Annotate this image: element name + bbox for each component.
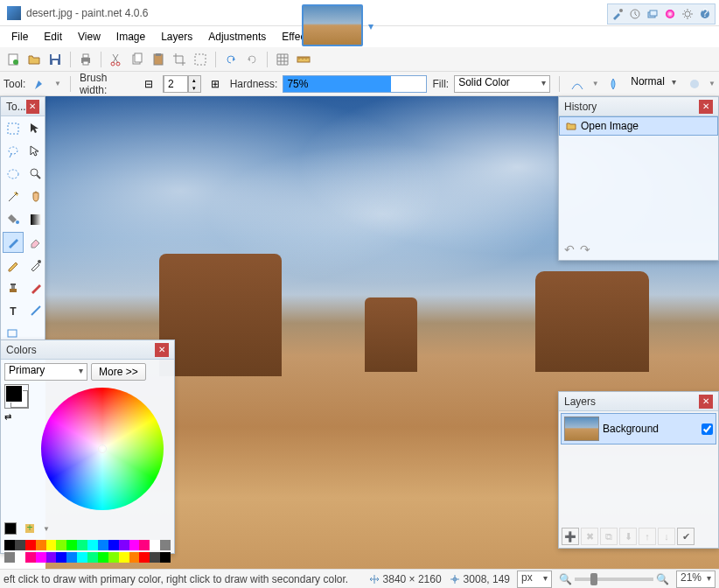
colors-panel-close[interactable]: ✕ [155,343,169,357]
cut-button[interactable] [107,50,126,69]
status-bar: eft click to draw with primary color, ri… [0,569,719,588]
hardness-slider[interactable]: 75% [283,75,427,93]
move-selection-tool[interactable] [25,118,46,139]
line-tool[interactable] [25,300,46,321]
brush-increase-button[interactable]: ⊞ [206,74,225,94]
colors-panel-header[interactable]: Colors ✕ [1,340,174,360]
undo-button[interactable] [221,50,241,69]
brush-decrease-button[interactable]: ⊟ [139,74,157,94]
color-picker-tool[interactable] [25,255,46,276]
history-redo-icon[interactable]: ↷ [580,242,590,256]
paint-bucket-tool[interactable] [3,209,24,230]
history-panel-close[interactable]: ✕ [699,100,713,114]
merge-layer-button[interactable]: ⬇ [619,528,637,545]
zoom-slider[interactable] [575,578,653,581]
blend-mode-select[interactable]: Normal [627,75,680,93]
svg-rect-35 [31,214,41,225]
menu-adjustments[interactable]: Adjustments [200,28,274,46]
document-thumbnail[interactable] [302,4,363,46]
layer-properties-button[interactable]: ✔ [677,528,695,545]
app-icon [7,6,21,20]
color-mode-select[interactable]: Primary [4,363,87,381]
recolor-tool[interactable] [25,277,46,298]
layer-blend-icon[interactable] [685,74,703,94]
zoom-out-button[interactable]: 🔍 [559,573,572,585]
tools-panel-header[interactable]: To... ✕ [1,97,45,116]
zoom-select[interactable]: 21% [676,570,716,588]
delete-layer-button[interactable]: ✖ [581,528,598,545]
menu-file[interactable]: File [3,28,36,46]
svg-rect-37 [10,289,17,292]
zoom-in-button[interactable]: 🔍 [656,573,669,585]
layer-item[interactable]: Background [561,413,716,444]
add-color-button[interactable]: + [20,519,39,538]
ruler-button[interactable] [294,50,313,69]
more-colors-button[interactable]: More >> [91,363,146,381]
add-layer-button[interactable]: ➕ [562,528,579,545]
move-pixels-tool[interactable] [25,141,46,162]
gradient-tool[interactable] [25,209,46,230]
menu-edit[interactable]: Edit [36,28,70,46]
deselect-button[interactable] [191,50,210,69]
move-layer-down-button[interactable]: ↓ [658,528,675,545]
cursor-position: 3008, 149 [464,573,510,585]
copy-button[interactable] [128,50,147,69]
save-file-button[interactable] [45,50,65,69]
fill-select[interactable]: Solid Color [454,75,550,93]
unit-select[interactable]: px [517,570,552,588]
zoom-tool[interactable] [25,164,46,185]
rect-select-tool[interactable] [3,118,24,139]
duplicate-layer-button[interactable]: ⧉ [600,528,618,545]
svg-point-28 [690,80,699,88]
clone-stamp-tool[interactable] [3,277,24,298]
color-swatches[interactable] [4,384,29,409]
crop-button[interactable] [170,50,189,69]
tool-selector[interactable] [31,74,49,94]
svg-rect-38 [10,284,16,285]
move-layer-up-button[interactable]: ↑ [639,528,656,545]
color-wheel[interactable] [41,388,164,510]
history-panel-header[interactable]: History ✕ [559,97,718,116]
colors-panel: Colors ✕ Primary More >> ⇄ + ▼ [0,340,175,554]
svg-rect-23 [135,53,142,62]
history-undo-icon[interactable]: ↶ [564,242,575,256]
layers-panel-close[interactable]: ✕ [699,395,713,409]
swap-colors-icon[interactable]: ⇄ [4,412,29,422]
layer-visible-checkbox[interactable] [702,424,713,435]
antialias-button[interactable] [569,74,587,94]
history-window-toggle[interactable] [627,6,643,22]
palette-row-1[interactable] [4,540,171,550]
paste-button[interactable] [149,50,168,69]
pan-tool[interactable] [25,186,46,207]
history-item[interactable]: Open Image [559,116,718,136]
grid-button[interactable] [273,50,292,69]
tools-window-toggle[interactable] [610,6,625,22]
brush-width-input[interactable]: ▴▾ [163,75,201,93]
new-file-button[interactable] [3,50,23,69]
palette-row-2[interactable] [4,552,171,563]
open-file-button[interactable] [24,50,44,69]
tools-panel-close[interactable]: ✕ [26,100,39,114]
svg-rect-16 [52,60,58,65]
current-color-swatch[interactable] [4,522,17,535]
paintbrush-tool[interactable] [3,232,24,253]
menu-view[interactable]: View [70,28,108,46]
lasso-tool[interactable] [3,141,24,162]
layers-window-toggle[interactable] [645,6,660,22]
redo-button[interactable] [242,50,262,69]
text-tool[interactable]: T [3,300,24,321]
blend-icon[interactable] [604,74,623,94]
magic-wand-tool[interactable] [3,186,24,207]
thumbnail-dropdown-icon[interactable]: ▾ [368,20,379,31]
print-button[interactable] [76,50,95,69]
colors-window-toggle[interactable] [662,6,678,22]
layers-panel-header[interactable]: Layers ✕ [559,392,718,411]
settings-icon[interactable] [680,6,695,22]
pencil-tool[interactable] [3,255,24,276]
help-icon[interactable]: ? [697,6,713,22]
ellipse-select-tool[interactable] [3,164,24,185]
menu-image[interactable]: Image [108,28,153,46]
menu-layers[interactable]: Layers [153,28,200,46]
eraser-tool[interactable] [25,232,46,253]
open-image-icon [565,120,577,132]
